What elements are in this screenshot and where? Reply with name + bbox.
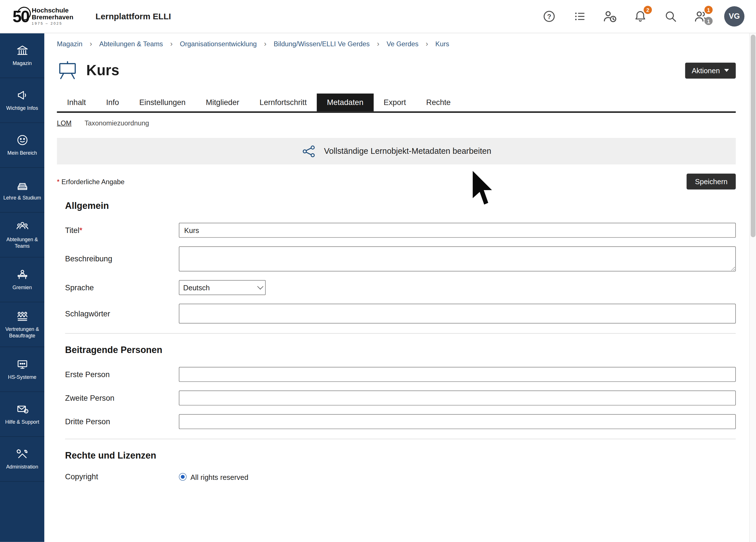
tab-rechte[interactable]: Rechte — [416, 94, 461, 112]
metadata-form: Titel* Beschreibung Sprache Deutsch — [65, 223, 736, 334]
erste-person-input[interactable] — [179, 367, 736, 382]
smiley-icon — [16, 134, 29, 147]
edit-full-metadata-banner[interactable]: Vollständige Lernobjekt-Metadaten bearbe… — [57, 138, 736, 164]
save-button[interactable]: Speichern — [687, 174, 736, 190]
tab-info[interactable]: Info — [96, 94, 129, 112]
copyright-option-label: All rights reserved — [190, 473, 248, 481]
actions-button[interactable]: Aktionen — [685, 62, 736, 78]
tab-einstellungen[interactable]: Einstellungen — [129, 94, 196, 112]
form-row-erste-person: Erste Person — [65, 367, 736, 382]
dritte-person-label: Dritte Person — [65, 417, 179, 426]
tab-metadaten[interactable]: Metadaten — [317, 94, 373, 112]
erste-person-label: Erste Person — [65, 370, 179, 379]
user-avatar[interactable]: VG — [724, 6, 744, 26]
breadcrumb-item-magazin[interactable]: Magazin — [57, 40, 82, 47]
top-header: 50 Hochschule Bremerhaven 1975 – 2025 Le… — [0, 0, 756, 33]
page-title-row: Kurs Aktionen — [57, 60, 736, 80]
form-row-sprache: Sprache Deutsch — [65, 280, 736, 295]
sprache-select-wrap: Deutsch — [179, 280, 266, 295]
breadcrumb-item-bildung-wissen[interactable]: Bildung/Wissen/ELLI Ve Gerdes — [274, 40, 369, 47]
sidebar-item-hs-systeme[interactable]: HS-Systeme — [0, 347, 44, 392]
main-content: Magazin › Abteilungen & Teams › Organisa… — [44, 33, 749, 542]
dritte-person-input[interactable] — [179, 414, 736, 429]
main-sidebar: Magazin Wichtige Infos Mein Bereich Lehr… — [0, 33, 44, 542]
chevron-separator-icon: › — [377, 39, 379, 48]
todo-list-icon[interactable] — [572, 9, 587, 24]
contributors-form: Erste Person Zweite Person Dritte Person — [65, 367, 736, 439]
sidebar-item-gremien[interactable]: Gremien — [0, 257, 44, 302]
zweite-person-label: Zweite Person — [65, 394, 179, 402]
help-icon[interactable]: ? — [542, 9, 557, 24]
sprache-label: Sprache — [65, 283, 179, 292]
subtab-lom[interactable]: LOM — [57, 119, 72, 127]
contacts-badge: 1 — [704, 6, 713, 14]
logo-line-1: Hochschule — [32, 7, 73, 14]
tab-lernfortschritt[interactable]: Lernfortschritt — [249, 94, 317, 112]
university-logo[interactable]: 50 Hochschule Bremerhaven 1975 – 2025 — [12, 7, 73, 26]
sidebar-item-administration[interactable]: Administration — [0, 437, 44, 482]
copyright-radio-row: All rights reserved — [179, 473, 736, 481]
chevron-separator-icon: › — [170, 39, 173, 48]
tab-mitglieder[interactable]: Mitglieder — [196, 94, 249, 112]
section-title-beitragende: Beitragende Personen — [65, 345, 736, 355]
contacts-secondary-badge: 1 — [704, 17, 713, 25]
tab-bar: Inhalt Info Einstellungen Mitglieder Ler… — [57, 94, 736, 113]
share-nodes-icon — [301, 143, 317, 159]
contacts-icon[interactable]: 1 1 — [694, 9, 708, 24]
subtab-bar: LOM Taxonomiezuordnung — [57, 119, 736, 127]
schlagwoerter-input[interactable] — [179, 304, 736, 323]
sidebar-item-wichtige-infos[interactable]: Wichtige Infos — [0, 78, 44, 123]
notification-bell-icon[interactable]: 2 — [633, 9, 648, 24]
caret-down-icon — [724, 69, 729, 72]
subtab-taxonomiezuordnung[interactable]: Taxonomiezuordnung — [85, 119, 149, 127]
chevron-separator-icon: › — [90, 39, 92, 48]
edit-full-metadata-link[interactable]: Vollständige Lernobjekt-Metadaten bearbe… — [324, 146, 491, 156]
schlagwoerter-label: Schlagwörter — [65, 309, 179, 318]
copyright-radio-all-rights-reserved[interactable] — [179, 473, 186, 481]
logo-years: 1975 – 2025 — [32, 22, 73, 26]
app-window: 50 Hochschule Bremerhaven 1975 – 2025 Le… — [0, 0, 756, 542]
form-row-titel: Titel* — [65, 223, 736, 238]
titel-input[interactable] — [179, 223, 736, 238]
svg-text:?: ? — [25, 410, 26, 413]
svg-text:?: ? — [547, 13, 551, 20]
chevron-separator-icon: › — [264, 39, 266, 48]
zweite-person-input[interactable] — [179, 390, 736, 406]
sidebar-item-hilfe-support[interactable]: ? Hilfe & Support — [0, 392, 44, 437]
beschreibung-textarea[interactable] — [179, 246, 736, 271]
sidebar-item-abteilungen-teams[interactable]: Abteilungen & Teams — [0, 213, 44, 257]
breadcrumb-item-organisationsentwicklung[interactable]: Organisationsentwicklung — [180, 40, 257, 47]
sidebar-item-mein-bereich[interactable]: Mein Bereich — [0, 123, 44, 168]
sidebar-item-lehre-studium[interactable]: Lehre & Studium — [0, 168, 44, 213]
section-divider — [65, 333, 736, 334]
scrollbar-thumb[interactable] — [751, 35, 755, 237]
copyright-label: Copyright — [65, 472, 179, 481]
user-clock-icon[interactable] — [603, 9, 617, 24]
tab-inhalt[interactable]: Inhalt — [57, 94, 96, 112]
vertical-scrollbar[interactable] — [749, 33, 756, 542]
app-title: Lernplattform ELLI — [96, 11, 171, 22]
form-row-dritte-person: Dritte Person — [65, 414, 736, 429]
committee-icon — [16, 268, 29, 281]
sprache-select[interactable]: Deutsch — [179, 280, 266, 295]
page-title: Kurs — [86, 62, 119, 79]
people-group-icon — [16, 220, 29, 233]
breadcrumb-item-ve-gerdes[interactable]: Ve Gerdes — [387, 40, 418, 47]
titel-label: Titel* — [65, 226, 179, 235]
required-note: *Erforderliche Angabe — [57, 178, 124, 185]
people-globe-icon — [16, 310, 29, 323]
course-board-icon — [57, 60, 78, 80]
chevron-separator-icon: › — [426, 39, 428, 48]
mail-help-icon: ? — [16, 403, 29, 416]
section-divider — [65, 439, 736, 439]
logo-line-2: Bremerhaven — [32, 14, 73, 21]
tab-export[interactable]: Export — [373, 94, 416, 112]
section-title-rechte-lizenzen: Rechte und Lizenzen — [65, 450, 736, 461]
sidebar-item-vertretungen[interactable]: Vertretungen & Beauftragte — [0, 302, 44, 347]
search-icon[interactable] — [663, 9, 678, 24]
header-icon-bar: ? 2 1 1 VG — [542, 6, 745, 26]
breadcrumb-item-kurs[interactable]: Kurs — [435, 40, 449, 47]
breadcrumb-item-abteilungen[interactable]: Abteilungen & Teams — [99, 40, 163, 47]
sidebar-item-magazin[interactable]: Magazin — [0, 33, 44, 78]
tools-icon — [16, 448, 29, 461]
